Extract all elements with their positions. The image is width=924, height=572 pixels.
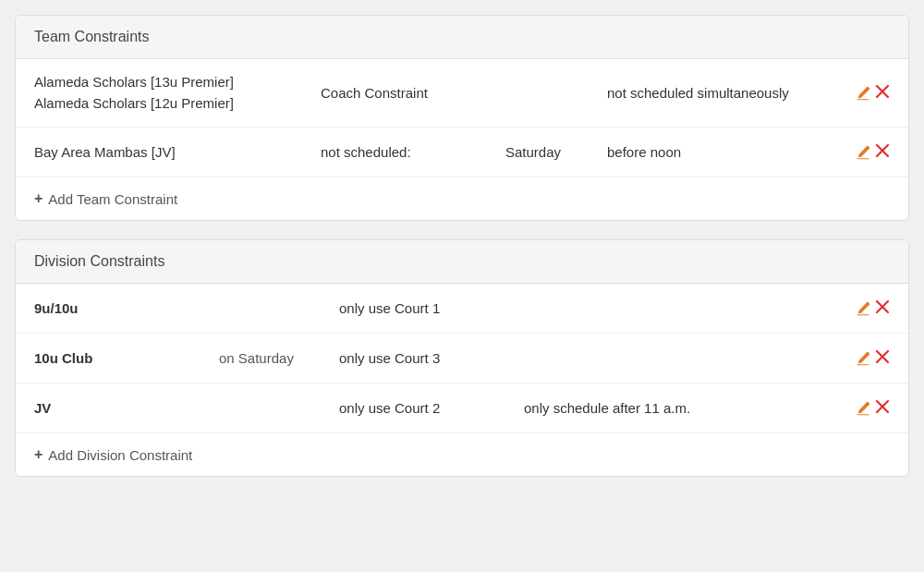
team-constraints-card: Team Constraints Alameda Scholars [13u P…: [15, 15, 909, 221]
division-constraints-header: Division Constraints: [16, 240, 908, 284]
delete-icon-div-1[interactable]: [875, 299, 890, 318]
division-constraints-card: Division Constraints 9u/10u only use Cou…: [15, 239, 909, 477]
add-division-label: Add Division Constraint: [48, 447, 192, 463]
division-court-2: only use Court 3: [339, 350, 524, 366]
team-name-1a: Alameda Scholars [13u Premier]: [34, 72, 321, 93]
delete-icon-1[interactable]: [875, 84, 890, 103]
team-constraint-row-2: Bay Area Mambas [JV] not scheduled: Satu…: [16, 128, 908, 177]
division-constraint-row-1: 9u/10u only use Court 1: [16, 284, 908, 334]
delete-icon-2[interactable]: [875, 143, 890, 162]
team-constraints-title: Team Constraints: [34, 29, 150, 44]
constraint-detail1-2: Saturday: [505, 144, 607, 160]
constraint-type-1: Coach Constraint: [321, 85, 505, 101]
plus-icon-division: +: [34, 446, 43, 463]
division-actions-3: [855, 399, 890, 418]
delete-icon-div-3[interactable]: [875, 399, 890, 418]
division-court-3: only use Court 2: [339, 400, 524, 416]
edit-icon-2[interactable]: [855, 143, 871, 161]
division-court-1: only use Court 1: [339, 300, 524, 316]
constraint-type-2: not scheduled:: [321, 144, 505, 160]
add-team-label: Add Team Constraint: [48, 191, 177, 207]
division-name-3: JV: [34, 400, 219, 416]
division-name-1: 9u/10u: [34, 300, 219, 316]
division-constraint-row-2: 10u Club on Saturday only use Court 3: [16, 334, 908, 383]
edit-icon-div-1[interactable]: [855, 299, 871, 317]
edit-icon-div-2[interactable]: [855, 349, 871, 367]
division-time-3: only schedule after 11 a.m.: [524, 400, 855, 416]
team-constraint-row-1: Alameda Scholars [13u Premier] Alameda S…: [16, 59, 908, 128]
team-constraints-header: Team Constraints: [16, 16, 908, 59]
edit-icon-1[interactable]: [855, 84, 871, 102]
team-names-2: Bay Area Mambas [JV]: [34, 144, 321, 160]
constraint-detail2-1: not scheduled simultaneously: [607, 85, 855, 101]
delete-icon-div-2[interactable]: [875, 349, 890, 368]
constraint-actions-1: [855, 84, 890, 103]
division-name-2: 10u Club: [34, 350, 219, 366]
add-division-constraint-row[interactable]: + Add Division Constraint: [16, 433, 908, 476]
division-actions-1: [855, 299, 890, 318]
plus-icon-team: +: [34, 190, 43, 207]
division-day-2: on Saturday: [219, 350, 339, 366]
constraint-detail2-2: before noon: [607, 144, 855, 160]
edit-icon-div-3[interactable]: [855, 399, 871, 417]
division-actions-2: [855, 349, 890, 368]
team-name-1b: Alameda Scholars [12u Premier]: [34, 93, 321, 115]
division-constraint-row-3: JV only use Court 2 only schedule after …: [16, 383, 908, 433]
division-constraints-title: Division Constraints: [34, 253, 164, 269]
add-team-constraint-row[interactable]: + Add Team Constraint: [16, 177, 908, 220]
team-names-1: Alameda Scholars [13u Premier] Alameda S…: [34, 72, 321, 114]
constraint-actions-2: [855, 143, 890, 162]
